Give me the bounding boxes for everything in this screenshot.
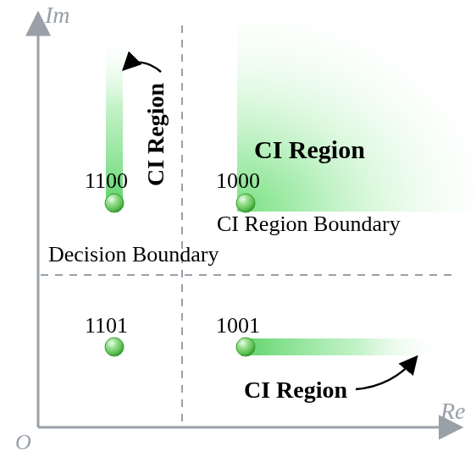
point-1000 bbox=[236, 194, 255, 212]
ci-region-label-left: CI Region bbox=[142, 83, 169, 186]
point-label-1000: 1000 bbox=[216, 168, 260, 194]
leader-arrow-bottom bbox=[356, 359, 415, 389]
point-1100 bbox=[105, 194, 124, 212]
ci-region-strip-bottom bbox=[250, 338, 445, 355]
diagram-stage: Im Re O CI Region CI Region CI Region CI… bbox=[0, 0, 476, 462]
origin-label: O bbox=[15, 430, 31, 455]
ci-region-label-top: CI Region bbox=[254, 135, 365, 164]
point-label-1001: 1001 bbox=[216, 313, 260, 338]
decision-boundary-label: Decision Boundary bbox=[48, 242, 219, 267]
ci-region-label-bottom: CI Region bbox=[244, 377, 347, 404]
point-1001 bbox=[236, 338, 255, 356]
point-label-1101: 1101 bbox=[85, 313, 128, 338]
point-1101 bbox=[105, 338, 124, 356]
point-label-1100: 1100 bbox=[85, 168, 128, 194]
leader-arrow-left bbox=[125, 63, 161, 72]
axis-label-im: Im bbox=[45, 2, 70, 29]
ci-region-top-right bbox=[237, 24, 474, 212]
ci-region-boundary-label: CI Region Boundary bbox=[217, 212, 401, 237]
axis-label-re: Re bbox=[440, 398, 466, 425]
